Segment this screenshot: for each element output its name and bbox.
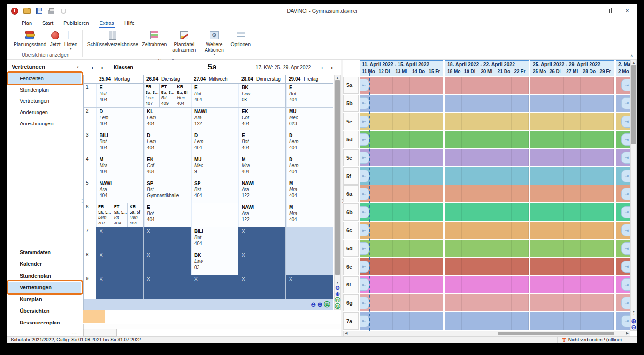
day-cell[interactable] bbox=[462, 95, 479, 112]
class-week-band[interactable] bbox=[445, 113, 529, 130]
day-cell[interactable] bbox=[512, 167, 529, 185]
day-cell[interactable] bbox=[393, 131, 410, 148]
day-cell[interactable] bbox=[597, 276, 614, 293]
day-cell[interactable] bbox=[445, 149, 462, 167]
day-header[interactable]: 21 Do bbox=[495, 68, 512, 76]
horizontal-scrollbar[interactable]: ◀ ▶ bbox=[343, 331, 630, 336]
day-header[interactable]: 29 Fr bbox=[597, 68, 614, 76]
day-cell[interactable] bbox=[581, 312, 598, 330]
day-header[interactable]: 28 Do bbox=[581, 68, 598, 76]
day-cell[interactable] bbox=[547, 185, 564, 203]
class-week-band[interactable]: ⇤ bbox=[360, 149, 443, 167]
class-label[interactable]: 6c bbox=[343, 222, 359, 239]
day-cell[interactable] bbox=[478, 222, 495, 239]
day-cell[interactable] bbox=[530, 149, 547, 167]
module-kursplan[interactable]: Kursplan bbox=[8, 293, 81, 305]
lesson-cell[interactable]: EBot404 bbox=[286, 84, 333, 108]
day-header[interactable]: 18 Mo bbox=[445, 68, 462, 76]
day-cell[interactable] bbox=[530, 312, 547, 330]
jump-end-button[interactable]: ⇥ bbox=[621, 242, 631, 255]
class-week-band[interactable] bbox=[445, 149, 529, 167]
day-cell[interactable] bbox=[376, 222, 393, 239]
day-cell[interactable] bbox=[581, 276, 598, 293]
class-week-band[interactable]: ⇤ bbox=[360, 312, 443, 330]
module-stundenplan[interactable]: Stundenplan bbox=[8, 270, 81, 281]
sidebar-overflow-button[interactable]: ... bbox=[72, 330, 78, 335]
app-icon[interactable] bbox=[11, 7, 18, 15]
day-cell[interactable] bbox=[393, 167, 410, 185]
day-header[interactable]: 25 Mo bbox=[530, 68, 547, 76]
class-label[interactable]: 6a bbox=[343, 185, 359, 203]
day-cell[interactable] bbox=[376, 113, 393, 130]
day-cell[interactable] bbox=[581, 294, 598, 312]
day-cell[interactable] bbox=[478, 185, 495, 203]
optionen-button[interactable]: Optionen bbox=[229, 29, 253, 48]
class-label[interactable]: 6g bbox=[343, 294, 359, 312]
class-label[interactable]: 5f bbox=[343, 167, 359, 185]
lesson-cell[interactable]: MMra404 bbox=[286, 203, 333, 227]
scroll-left-icon[interactable]: ◀ bbox=[344, 332, 349, 335]
jetzt-button[interactable]: Jetzt bbox=[48, 29, 62, 48]
weitere-aktionen-button[interactable]: ⚙ Weitere Aktionen ▾ bbox=[199, 29, 229, 57]
lesson-part[interactable]: ER5a, 5...Lem407 bbox=[96, 203, 112, 227]
day-cell[interactable] bbox=[597, 131, 614, 148]
class-week-band[interactable] bbox=[530, 203, 614, 221]
day-cell[interactable] bbox=[376, 312, 393, 330]
blocked-cell[interactable]: X bbox=[144, 227, 191, 251]
lesson-cell[interactable]: DLem404 bbox=[96, 108, 144, 131]
day-cell[interactable] bbox=[564, 167, 581, 185]
jump-end-button[interactable]: ⇥ bbox=[621, 116, 631, 128]
day-cell[interactable] bbox=[462, 294, 479, 312]
class-week-band[interactable] bbox=[530, 149, 614, 167]
class-label[interactable]: 6b bbox=[343, 203, 359, 221]
class-week-band[interactable] bbox=[445, 222, 529, 239]
day-cell[interactable] bbox=[597, 203, 614, 221]
day-header[interactable]: 19 Di bbox=[462, 68, 479, 76]
class-week-band[interactable]: ⇥ bbox=[616, 77, 631, 94]
lesson-cell[interactable]: BKLaw03 bbox=[191, 251, 238, 275]
day-header[interactable]: 15 Fr bbox=[426, 68, 443, 76]
day-cell[interactable] bbox=[564, 222, 581, 239]
day-cell[interactable] bbox=[597, 77, 614, 94]
day-header[interactable]: 2 Mo bbox=[616, 68, 631, 76]
vertical-scrollbar[interactable]: ▲ ▼ ⊖ ⊕ ⓐ ⓐ bbox=[334, 75, 341, 310]
zoom-out-icon[interactable]: ⊖ bbox=[631, 324, 636, 330]
class-week-band[interactable] bbox=[445, 240, 529, 257]
day-cell[interactable] bbox=[495, 312, 512, 330]
jump-start-button[interactable]: ⇤ bbox=[360, 315, 369, 327]
class-week-band[interactable] bbox=[445, 95, 529, 112]
class-week-band[interactable]: ⇤ bbox=[360, 258, 443, 275]
day-cell[interactable] bbox=[376, 203, 393, 221]
class-week-band[interactable]: ⇥ bbox=[616, 276, 631, 293]
day-header[interactable]: 26 Di bbox=[547, 68, 564, 76]
day-cell[interactable] bbox=[376, 95, 393, 112]
module-uebersichten[interactable]: Übersichten bbox=[8, 305, 81, 316]
day-header[interactable]: 14 Do bbox=[410, 68, 427, 76]
jump-end-button[interactable]: ⇥ bbox=[621, 133, 631, 146]
scrollbar-thumb[interactable] bbox=[498, 332, 614, 335]
lesson-cell[interactable]: NAWIAra122 bbox=[238, 179, 286, 203]
lesson-cell[interactable]: DLem404 bbox=[144, 131, 191, 155]
sidebar-item-vertretungen[interactable]: Vertretungen bbox=[8, 96, 81, 106]
day-cell[interactable] bbox=[581, 258, 598, 275]
day-cell[interactable] bbox=[445, 95, 462, 112]
class-week-band[interactable] bbox=[445, 258, 529, 275]
class-label[interactable]: 7a bbox=[343, 312, 359, 330]
class-week-band[interactable]: ⇤ bbox=[360, 167, 443, 185]
day-cell[interactable] bbox=[462, 167, 479, 185]
day-cell[interactable] bbox=[581, 113, 598, 130]
day-cell[interactable] bbox=[393, 113, 410, 130]
class-week-band[interactable]: ⇤ bbox=[360, 294, 443, 312]
day-cell[interactable] bbox=[530, 240, 547, 257]
next-class-button[interactable]: › bbox=[97, 64, 107, 71]
day-cell[interactable] bbox=[495, 167, 512, 185]
class-week-band[interactable] bbox=[445, 294, 529, 312]
jump-end-button[interactable]: ⇥ bbox=[621, 315, 631, 327]
day-cell[interactable] bbox=[393, 203, 410, 221]
day-cell[interactable] bbox=[426, 149, 443, 167]
zoom-auto-icon[interactable]: ⓐ bbox=[335, 303, 340, 309]
class-week-band[interactable]: ⇥ bbox=[616, 167, 631, 185]
day-cell[interactable] bbox=[547, 222, 564, 239]
day-cell[interactable] bbox=[410, 185, 427, 203]
jump-start-button[interactable]: ⇤ bbox=[360, 133, 369, 146]
